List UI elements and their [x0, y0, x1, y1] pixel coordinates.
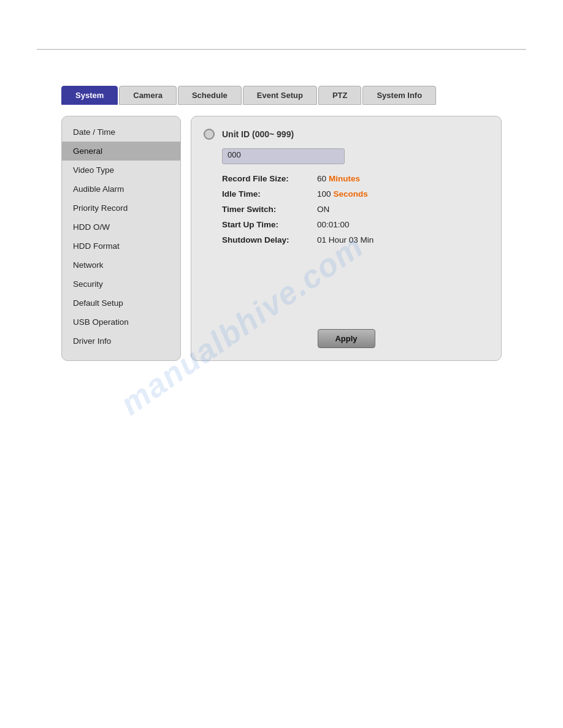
- unit-id-radio[interactable]: [204, 129, 215, 140]
- sidebar-item-default-setup[interactable]: Default Setup: [62, 294, 180, 313]
- sidebar-item-datetime[interactable]: Date / Time: [62, 123, 180, 142]
- timer-switch-label: Timer Switch:: [222, 205, 317, 214]
- sidebar-item-general[interactable]: General: [62, 142, 180, 161]
- sidebar-item-hdd-format[interactable]: HDD Format: [62, 237, 180, 256]
- sidebar-item-hdd-ow[interactable]: HDD O/W: [62, 218, 180, 237]
- apply-button[interactable]: Apply: [317, 329, 375, 348]
- record-file-size-row: Record File Size: 60Minutes: [222, 174, 486, 183]
- unit-id-row: Unit ID (000~ 999): [204, 129, 486, 140]
- tab-camera[interactable]: Camera: [119, 86, 177, 105]
- shutdown-delay-label: Shutdown Delay:: [222, 235, 317, 245]
- tab-event-setup[interactable]: Event Setup: [243, 86, 317, 105]
- sidebar: Date / Time General Video Type Audible A…: [61, 116, 181, 361]
- content-area: Date / Time General Video Type Audible A…: [61, 116, 502, 361]
- startup-time-row: Start Up Time: 00:01:00: [222, 220, 486, 229]
- sidebar-item-usb-operation[interactable]: USB Operation: [62, 313, 180, 332]
- record-file-size-value: 60Minutes: [317, 174, 360, 183]
- shutdown-delay-value: 01 Hour 03 Min: [317, 235, 373, 245]
- startup-time-label: Start Up Time:: [222, 220, 317, 229]
- timer-switch-row: Timer Switch: ON: [222, 205, 486, 214]
- sidebar-item-driver-info[interactable]: Driver Info: [62, 332, 180, 351]
- idle-time-row: Idle Time: 100Seconds: [222, 189, 486, 199]
- unit-id-label: Unit ID (000~ 999): [222, 129, 294, 139]
- sidebar-item-priority-record[interactable]: Priority Record: [62, 199, 180, 218]
- tab-system-info[interactable]: System Info: [362, 86, 436, 105]
- tab-ptz[interactable]: PTZ: [318, 86, 362, 105]
- shutdown-delay-row: Shutdown Delay: 01 Hour 03 Min: [222, 235, 486, 245]
- idle-time-value: 100Seconds: [317, 189, 368, 199]
- top-divider: [37, 49, 526, 50]
- tab-system[interactable]: System: [61, 86, 118, 105]
- timer-switch-value: ON: [317, 205, 329, 214]
- tab-bar: System Camera Schedule Event Setup PTZ S…: [61, 86, 502, 105]
- sidebar-item-security[interactable]: Security: [62, 275, 180, 294]
- startup-time-value: 00:01:00: [317, 220, 350, 229]
- sidebar-item-video-type[interactable]: Video Type: [62, 161, 180, 180]
- unit-id-input[interactable]: 000: [222, 148, 345, 164]
- settings-grid: Record File Size: 60Minutes Idle Time: 1…: [222, 174, 486, 245]
- idle-time-label: Idle Time:: [222, 189, 317, 199]
- right-panel: Unit ID (000~ 999) 000 Record File Size:…: [191, 116, 502, 361]
- record-file-size-label: Record File Size:: [222, 174, 317, 183]
- sidebar-item-network[interactable]: Network: [62, 256, 180, 275]
- tab-schedule[interactable]: Schedule: [178, 86, 242, 105]
- sidebar-item-audible-alarm[interactable]: Audible Alarm: [62, 180, 180, 199]
- main-container: System Camera Schedule Event Setup PTZ S…: [61, 86, 502, 361]
